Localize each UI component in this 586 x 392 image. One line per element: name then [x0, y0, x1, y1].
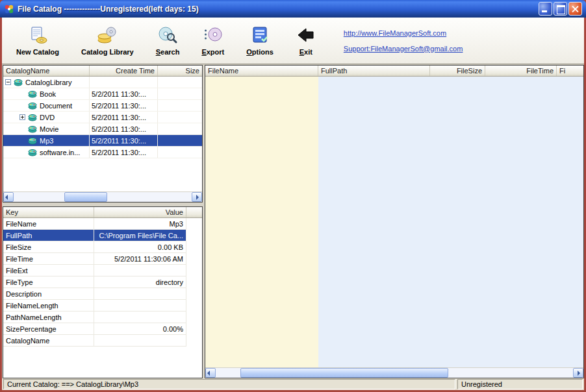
options-icon [249, 26, 270, 45]
website-link[interactable]: http://www.FileManagerSoft.com [344, 29, 463, 37]
export-label: Export [201, 48, 224, 56]
catalog-disk-icon [28, 113, 37, 121]
new-catalog-icon [27, 26, 48, 45]
search-button[interactable]: Search [151, 23, 185, 58]
toolbar: New Catalog Catalog Library [2, 18, 584, 64]
exit-icon [296, 26, 316, 45]
status-bar: Current Catalog: ==> CatalogLibrary\Mp3 … [2, 378, 584, 390]
new-catalog-label: New Catalog [16, 48, 59, 56]
options-label: Options [246, 48, 274, 56]
scroll-right-arrow[interactable] [192, 192, 202, 202]
registration-status: Unregistered [457, 379, 583, 389]
app-window: File Catalog --------------Unregistered(… [0, 0, 586, 392]
tree-row-movie[interactable]: Movie 5/2/2011 11:30:... [3, 123, 202, 135]
catalog-library-button[interactable]: Catalog Library [76, 23, 139, 58]
file-list-body-empty[interactable] [205, 77, 583, 367]
minimize-button[interactable] [539, 2, 552, 16]
catalog-create-time: 5/2/2011 11:30:... [90, 135, 158, 146]
prop-row-description[interactable]: Description [3, 288, 186, 300]
app-icon [4, 4, 14, 14]
prop-row-fullpath-selected[interactable]: FullPath C:\Program Files\File Ca... [3, 230, 186, 241]
prop-row-filenamelength[interactable]: FileNameLength [3, 300, 186, 312]
file-list-horizontal-scrollbar[interactable] [205, 367, 583, 378]
prop-row-fileext[interactable]: FileExt [3, 265, 186, 276]
scroll-thumb[interactable] [240, 368, 448, 378]
export-icon [203, 26, 223, 45]
prop-row-filesize[interactable]: FileSize 0.00 KB [3, 241, 186, 253]
catalog-disk-icon [28, 101, 37, 110]
maximize-button[interactable] [554, 2, 567, 16]
scroll-left-arrow[interactable] [3, 192, 14, 202]
tree-row-mp3-selected[interactable]: Mp3 5/2/2011 11:30:... [3, 135, 202, 147]
tree-column-headers: CatalogName Create Time Size [3, 66, 202, 77]
column-header-fullpath[interactable]: FullPath [318, 66, 430, 76]
catalog-name: Mp3 [40, 137, 53, 145]
scroll-right-arrow[interactable] [573, 368, 583, 378]
catalog-create-time: 5/2/2011 11:30:... [90, 100, 158, 111]
tree-row-book[interactable]: Book 5/2/2011 11:30:... [3, 88, 202, 100]
column-header-filename[interactable]: FileName [205, 66, 318, 76]
catalog-create-time [90, 77, 158, 88]
window-controls [539, 2, 582, 16]
properties-table: FileName Mp3 FullPath C:\Program Files\F… [3, 218, 202, 378]
column-header-catalogname[interactable]: CatalogName [3, 66, 90, 76]
catalog-create-time: 5/2/2011 11:30:... [90, 112, 158, 123]
column-header-fileext-truncated[interactable]: Fi [557, 66, 583, 76]
search-label: Search [156, 48, 180, 56]
prop-row-filetime[interactable]: FileTime 5/2/2011 11:30:06 AM [3, 253, 186, 265]
filename-column-stripe [205, 77, 318, 367]
prop-row-filename[interactable]: FileName Mp3 [3, 218, 186, 230]
catalog-name: software.in... [40, 149, 80, 156]
catalog-library-label: Catalog Library [81, 48, 134, 56]
catalog-disk-icon [28, 136, 37, 145]
exit-button[interactable]: Exit [290, 23, 322, 58]
prop-row-pathnamelength[interactable]: PathNameLength [3, 312, 186, 323]
catalog-disk-icon [28, 90, 37, 98]
properties-column-headers: Key Value [3, 207, 202, 218]
prop-row-catalogname[interactable]: CatalogName [3, 335, 186, 347]
column-header-key[interactable]: Key [3, 207, 94, 217]
tree-row-dvd[interactable]: DVD 5/2/2011 11:30:... [3, 112, 202, 123]
scroll-thumb[interactable] [64, 192, 107, 202]
current-catalog-status: Current Catalog: ==> CatalogLibrary\Mp3 [3, 379, 455, 389]
prop-row-filetype[interactable]: FileType directory [3, 276, 186, 288]
column-header-filetime[interactable]: FileTime [485, 66, 557, 76]
scroll-track[interactable] [216, 368, 573, 378]
close-button[interactable] [568, 2, 582, 16]
catalog-disk-icon [28, 148, 37, 156]
file-list-panel: FileName FullPath FileSize FileTime Fi [205, 65, 584, 378]
catalog-create-time: 5/2/2011 11:30:... [90, 147, 158, 158]
column-header-filesize[interactable]: FileSize [430, 66, 485, 76]
catalog-name: Document [40, 102, 72, 110]
tree-row-software[interactable]: software.in... 5/2/2011 11:30:... [3, 147, 202, 158]
toolbar-links: http://www.FileManagerSoft.com Support:F… [344, 29, 463, 53]
catalog-disk-icon [14, 78, 23, 86]
properties-panel: Key Value FileName Mp3 FullPath C:\Progr… [3, 206, 203, 378]
tree-horizontal-scrollbar[interactable] [3, 191, 202, 202]
new-catalog-button[interactable]: New Catalog [11, 23, 64, 58]
catalog-create-time: 5/2/2011 11:30:... [90, 123, 158, 134]
exit-label: Exit [299, 48, 312, 56]
tree-row-cataloglibrary[interactable]: CatalogLibrary [3, 77, 202, 88]
options-button[interactable]: Options [241, 23, 279, 58]
support-link[interactable]: Support:FileManagerSoft@gmail.com [344, 45, 463, 53]
column-header-size[interactable]: Size [158, 66, 202, 76]
catalog-tree-panel: CatalogName Create Time Size CatalogLibr… [3, 65, 203, 202]
scroll-left-arrow[interactable] [205, 368, 216, 378]
catalog-name: CatalogLibrary [25, 79, 72, 86]
minus-box-icon[interactable] [5, 79, 11, 85]
catalog-name: DVD [40, 114, 55, 121]
file-list-column-headers: FileName FullPath FileSize FileTime Fi [205, 66, 583, 77]
tree-row-document[interactable]: Document 5/2/2011 11:30:... [3, 100, 202, 112]
column-header-createtime[interactable]: Create Time [90, 66, 158, 76]
prop-row-sizepercentage[interactable]: SizePercentage 0.00% [3, 323, 186, 335]
title-bar[interactable]: File Catalog --------------Unregistered(… [0, 0, 586, 18]
plus-box-icon[interactable] [19, 114, 25, 120]
scroll-track[interactable] [14, 192, 192, 202]
catalog-disk-icon [28, 125, 37, 133]
export-button[interactable]: Export [196, 23, 229, 58]
catalog-library-icon [97, 26, 118, 45]
column-header-value[interactable]: Value [94, 207, 186, 217]
catalog-name: Book [40, 90, 56, 98]
catalog-create-time: 5/2/2011 11:30:... [90, 88, 158, 99]
